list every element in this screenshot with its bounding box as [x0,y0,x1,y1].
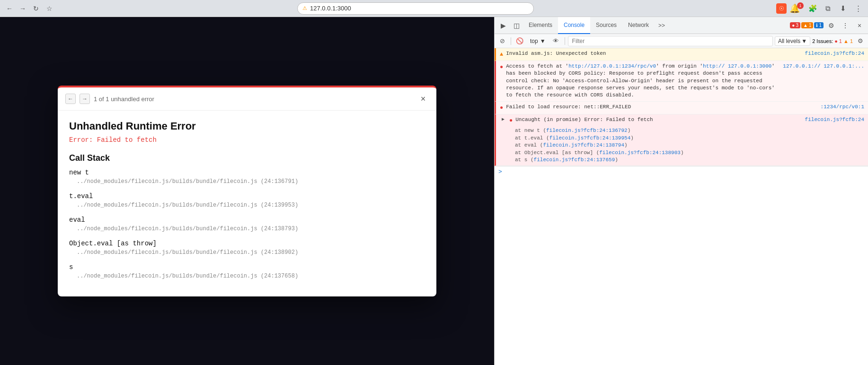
warn-badge: ▲ 1 [801,22,813,28]
forward-button[interactable]: → [17,3,28,14]
bookmark-button[interactable]: ☆ [44,3,55,14]
error-icon: ● [500,104,503,112]
stack-entry: s ../node_modules/filecoin.js/builds/bun… [69,263,425,279]
console-msg-source-cors[interactable]: 127.0.0.1:// 127.0.0.1:... [783,63,864,70]
fetch-url-link[interactable]: http://127.0.0.1:1234/rpc/v0 [568,63,656,69]
filter-button[interactable]: 🚫 [514,35,525,47]
console-msg-asm: ▲ Invalid asm.js: Unexpected token filec… [495,48,868,61]
eye-button[interactable]: 👁 [550,35,562,47]
error-icon: ● [792,23,795,28]
level-arrow-icon: ▼ [801,38,807,44]
stack-function: new t [69,169,425,176]
issues-badge: 2 Issues: ● 1 ▲ 1 [812,38,853,44]
error-icon: ● [509,117,513,125]
back-button[interactable]: ← [4,3,15,14]
stack-link[interactable]: filecoin.js?fcfb:24:136792 [546,128,628,133]
origin-url-link[interactable]: http:// 127.0.0.1:3000 [703,63,771,69]
issues-label: 2 Issues: [812,38,833,44]
browser-content: ← → 1 of 1 unhandled error × Unhandled R… [0,17,494,365]
reload-button[interactable]: ↻ [30,3,42,14]
devtools-close-button[interactable]: × [853,19,866,32]
error-nav-forward[interactable]: → [80,94,90,104]
address-bar[interactable]: ⚠ 127.0.0.1:3000 [297,2,534,15]
stack-location: ../node_modules/filecoin.js/builds/bundl… [69,202,425,209]
issues-warn-count: 1 [850,38,853,44]
address-bar-area: ⚠ 127.0.0.1:3000 [57,2,774,15]
error-overlay: ← → 1 of 1 unhandled error × Unhandled R… [0,17,494,365]
console-messages: ▲ Invalid asm.js: Unexpected token filec… [495,48,868,365]
devtools-panel: ▶ ◫ Elements Console Sources Network >> … [494,17,868,365]
toolbar-separator-2 [565,37,565,45]
tab-sources[interactable]: Sources [590,17,622,34]
stack-entry: t.eval ../node_modules/filecoin.js/build… [69,192,425,209]
tab-network[interactable]: Network [622,17,655,34]
console-msg-errfailed: ● Failed to load resource: net::ERR_FAIL… [495,102,868,114]
error-dialog-body: Unhandled Runtime Error Error: Failed to… [58,111,436,296]
browser-chrome: ← → ↻ ☆ ⚠ 127.0.0.1:3000 ☉ 🔔 1 🧩 ⧉ ⬇ ⋮ [0,0,868,17]
stack-location: ../node_modules/filecoin.js/builds/bundl… [69,178,425,185]
brave-shield-icon[interactable]: ☉ [776,3,787,14]
error-nav-back[interactable]: ← [65,94,76,104]
devtools-right-icons: ● 3 ▲ 1 ℹ 1 ⚙ ⋮ × [790,19,866,32]
error-icon: ● [500,63,503,71]
error-close-button[interactable]: × [417,93,429,104]
stack-trace-line: at new t (filecoin.js?fcfb:24:136792) [515,127,683,134]
main-layout: ← → 1 of 1 unhandled error × Unhandled R… [0,17,868,365]
error-count: 1 of 1 unhandled error [94,96,154,103]
error-message: Error: Failed to fetch [69,136,425,144]
notification-count: 1 [797,2,804,9]
console-prompt: > [495,166,868,177]
stack-link[interactable]: filecoin.js?fcfb:24:138794 [543,142,624,148]
devtools-more-button[interactable]: ⋮ [839,19,852,32]
stack-entry: eval ../node_modules/filecoin.js/builds/… [69,216,425,232]
issues-settings-button[interactable]: ⚙ [855,35,866,47]
issues-warn-icon: ▲ [843,38,849,44]
tab-more[interactable]: >> [655,17,669,34]
call-stack-title: Call Stack [69,153,425,163]
info-badge: ℹ 1 [814,22,824,28]
prompt-icon: > [498,168,502,175]
info-icon: ℹ [816,23,818,28]
tab-elements[interactable]: Elements [523,17,558,34]
context-label: top [530,38,538,44]
download-button[interactable]: ⬇ [837,2,849,15]
devtools-toolbar: ⊘ 🚫 top ▼ 👁 All levels ▼ 2 Issues: ● 1 ▲… [495,34,868,48]
stack-entries: new t ../node_modules/filecoin.js/builds… [69,169,425,279]
error-badge: ● 3 [790,22,800,28]
console-msg-text: Failed to load resource: net::ERR_FAILED [506,104,817,111]
expand-icon[interactable]: ▶ [500,116,506,123]
toolbar-separator [511,37,511,45]
console-msg-uncaught: ▶ ● Uncaught (in promise) Error: Failed … [495,114,868,166]
stack-link[interactable]: filecoin.js?fcfb:24:138903 [599,150,681,156]
console-input[interactable] [505,169,864,175]
tab-console[interactable]: Console [558,17,590,34]
stack-trace-line: at t.eval (filecoin.js?fcfb:24:139954) [515,135,683,142]
devtools-settings-button[interactable]: ⚙ [824,19,838,32]
extensions-button[interactable]: 🧩 [806,2,819,15]
stack-function: s [69,263,425,271]
badge-group: ● 3 ▲ 1 ℹ 1 [790,22,824,28]
stack-trace-line: at Object.eval [as throw] (filecoin.js?f… [515,149,683,156]
context-selector[interactable]: top ▼ [527,37,549,45]
stack-location: ../node_modules/filecoin.js/builds/bundl… [69,273,425,279]
level-selector[interactable]: All levels ▼ [775,36,810,46]
stack-link[interactable]: filecoin.js?fcfb:24:139954 [549,135,631,141]
devtools-inspect-button[interactable]: ▶ [496,19,510,32]
stack-link[interactable]: filecoin.js?fcfb:24:137659 [534,157,615,163]
console-msg-source[interactable]: filecoin.js?fcfb:24 [805,50,864,57]
error-nav: ← → 1 of 1 unhandled error [65,94,154,104]
clear-console-button[interactable]: ⊘ [496,35,508,47]
filter-input[interactable] [568,36,773,46]
error-title: Unhandled Runtime Error [69,120,425,132]
console-msg-source-uncaught[interactable]: filecoin.js?fcfb:24 [805,116,864,123]
menu-button[interactable]: ⋮ [852,2,864,15]
devtools-device-button[interactable]: ◫ [510,19,523,32]
error-dialog-header: ← → 1 of 1 unhandled error × [58,87,436,111]
stack-function: Object.eval [as throw] [69,240,425,247]
console-msg-text: Uncaught (in promise) Error: Failed to f… [515,116,802,123]
stack-entry: Object.eval [as throw] ../node_modules/f… [69,240,425,256]
window-button[interactable]: ⧉ [822,2,834,15]
notification-area: 🔔 1 [789,3,804,14]
console-msg-source-err[interactable]: :1234/rpc/v0:1 [821,104,864,111]
stack-function: eval [69,216,425,224]
